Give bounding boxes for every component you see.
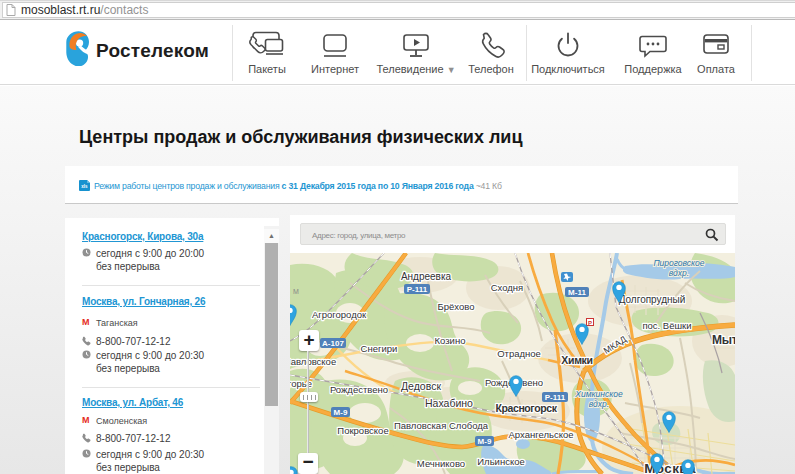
svg-text:Покровское: Покровское (337, 425, 388, 436)
svg-text:Сходня: Сходня (491, 282, 524, 293)
svg-text:Химкинское: Химкинское (574, 389, 623, 399)
svg-text:Архангельское: Архангельское (509, 429, 574, 440)
svg-text:Красногорск: Красногорск (495, 402, 557, 414)
svg-text:М-9: М-9 (478, 437, 492, 446)
svg-text:Мечниково: Мечниково (417, 458, 465, 469)
svg-text:Павловская Слобода: Павловская Слобода (394, 420, 489, 431)
svg-text:Козино: Козино (435, 335, 466, 346)
svg-text:Ильинское: Ильинское (477, 456, 524, 467)
svg-text:Дедовск: Дедовск (401, 380, 441, 392)
svg-text:xls: xls (81, 184, 88, 189)
svg-text:пос. Вёшки: пос. Вёшки (642, 320, 691, 331)
svg-text:М: М (293, 288, 299, 295)
svg-text:Павловское: Павловское (290, 356, 336, 367)
svg-text:Пироговское: Пироговское (653, 258, 704, 268)
svg-text:Брёхово: Брёхово (438, 301, 475, 312)
svg-text:Нахабино: Нахабино (425, 397, 473, 409)
svg-text:Р-111: Р-111 (407, 285, 428, 294)
svg-text:Р-111: Р-111 (545, 393, 566, 402)
svg-text:Рождествено: Рождествено (330, 384, 388, 395)
svg-text:Андреевка: Андреевка (401, 271, 452, 282)
svg-text:Мытищи: Мытищи (712, 333, 735, 347)
svg-text:М-9: М-9 (334, 408, 348, 417)
svg-text:Агрогородок: Агрогородок (312, 309, 367, 320)
svg-text:вдхр.: вдхр. (669, 268, 689, 278)
svg-text:М-11: М-11 (568, 288, 586, 297)
svg-text:Химки: Химки (561, 354, 592, 366)
svg-text:вдхр.: вдхр. (589, 399, 609, 409)
svg-text:Долгопрудный: Долгопрудный (619, 294, 686, 305)
svg-text:Снегири: Снегири (361, 343, 398, 354)
svg-text:А-107: А-107 (322, 339, 344, 348)
svg-text:Р: Р (588, 320, 592, 326)
svg-text:Отрадное: Отрадное (497, 348, 541, 359)
